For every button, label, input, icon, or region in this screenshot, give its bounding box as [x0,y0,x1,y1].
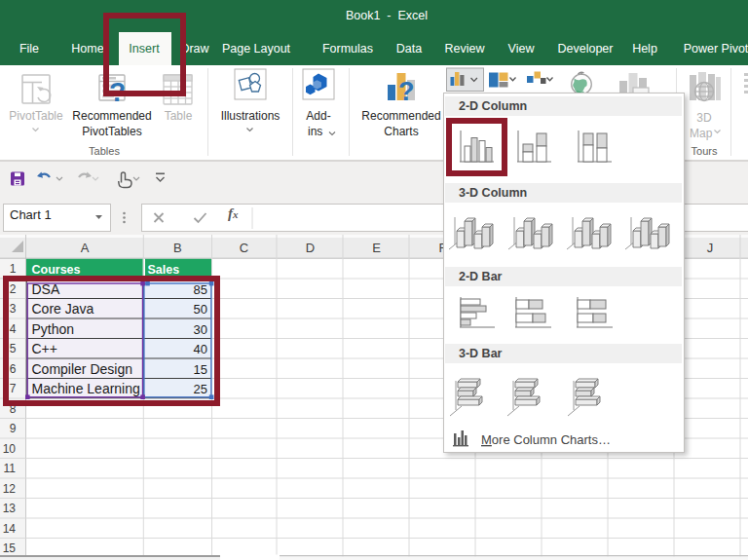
svg-text:15: 15 [3,541,17,555]
svg-text:14: 14 [3,522,17,536]
svg-text:10: 10 [3,442,17,456]
svg-text:11: 11 [4,462,17,475]
svg-text:Sales: Sales [148,263,180,277]
svg-text:9: 9 [10,422,17,435]
svg-text:C: C [240,241,248,255]
svg-text:A: A [81,241,90,255]
svg-text:?: ? [398,77,415,106]
svg-text:B: B [173,241,182,255]
svg-text:12: 12 [3,482,17,496]
svg-text:E: E [372,241,381,255]
svg-text:More Column Charts…: More Column Charts… [481,432,611,447]
svg-text:1: 1 [10,262,17,276]
svg-text:13: 13 [3,502,17,515]
svg-text:J: J [707,241,714,255]
svg-text:Courses: Courses [32,263,81,277]
svg-text:D: D [306,241,315,255]
